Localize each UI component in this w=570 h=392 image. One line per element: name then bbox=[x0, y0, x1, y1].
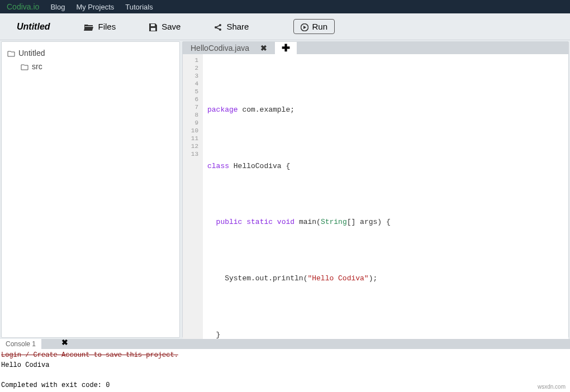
console-tab-bar: Console 1 ✖ bbox=[0, 339, 570, 349]
tree-src[interactable]: src bbox=[7, 60, 174, 73]
nav-my-projects[interactable]: My Projects bbox=[76, 3, 114, 11]
editor-panel: HelloCodiva.java ✖ ✚ 12345678910111213 p… bbox=[182, 41, 569, 338]
tab-add-button[interactable]: ✚ bbox=[275, 42, 297, 54]
save-label: Save bbox=[162, 22, 180, 31]
close-icon[interactable]: ✖ bbox=[61, 338, 68, 347]
console-exit: Completed with exit code: 0 bbox=[1, 380, 569, 390]
project-title[interactable]: Untitled bbox=[17, 22, 50, 32]
folder-icon bbox=[21, 62, 28, 71]
watermark: wsxdn.com bbox=[538, 384, 566, 390]
files-label: Files bbox=[98, 22, 116, 31]
run-button[interactable]: Run bbox=[293, 19, 335, 34]
nav-blog[interactable]: Blog bbox=[50, 3, 65, 11]
file-tree: Untitled src bbox=[1, 41, 180, 338]
files-button[interactable]: Files bbox=[84, 22, 116, 31]
console-tab[interactable]: Console 1 bbox=[0, 339, 41, 349]
toolbar: Untitled Files Save Share Run bbox=[0, 13, 570, 40]
login-message: Login / Create Account to save this proj… bbox=[1, 350, 569, 360]
folder-open-icon bbox=[84, 22, 94, 31]
top-nav: Codiva.io Blog My Projects Tutorials bbox=[0, 0, 570, 13]
share-icon bbox=[214, 22, 222, 31]
share-label: Share bbox=[226, 22, 249, 31]
run-label: Run bbox=[312, 22, 327, 31]
close-icon[interactable]: ✖ bbox=[260, 44, 267, 52]
tab-label: HelloCodiva.java bbox=[191, 44, 249, 52]
console-area: Console 1 ✖ Login / Create Account to sa… bbox=[0, 339, 570, 392]
tree-root[interactable]: Untitled bbox=[7, 46, 174, 60]
tab-bar: HelloCodiva.java ✖ ✚ bbox=[183, 42, 568, 54]
console-line: Hello Codiva bbox=[1, 360, 569, 370]
play-icon bbox=[301, 22, 308, 31]
nav-tutorials[interactable]: Tutorials bbox=[125, 3, 153, 11]
folder-icon bbox=[7, 49, 15, 58]
save-button[interactable]: Save bbox=[149, 22, 180, 31]
share-button[interactable]: Share bbox=[214, 22, 249, 31]
tab-file[interactable]: HelloCodiva.java ✖ bbox=[183, 42, 275, 54]
tree-root-label: Untitled bbox=[18, 49, 45, 58]
save-icon bbox=[149, 22, 157, 31]
brand-logo[interactable]: Codiva.io bbox=[7, 2, 39, 11]
console-output: Login / Create Account to save this proj… bbox=[0, 349, 570, 391]
tree-src-label: src bbox=[32, 62, 42, 71]
